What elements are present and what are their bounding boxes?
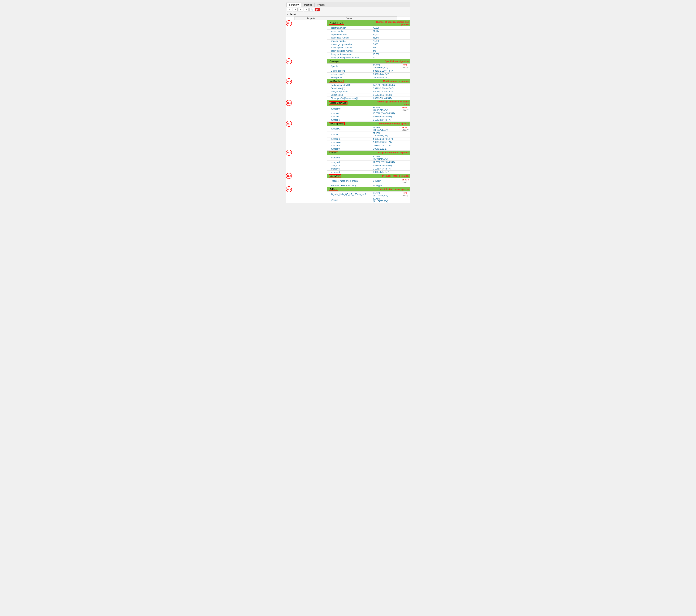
col-header-note (371, 17, 397, 20)
row-property: charge=3 (327, 161, 371, 164)
table-row: Carbamidomethyl[C]17.25% (7,683/44,547) (295, 83, 410, 87)
row-property: spectra number (327, 26, 371, 30)
row-value: 70,696 (371, 26, 397, 30)
row-property: charge=5 (327, 167, 371, 171)
pf-btn[interactable]: pF (315, 7, 320, 12)
row-note (397, 138, 410, 141)
row-property: scans number (327, 30, 371, 33)
table-row: proteins number29,388 (295, 40, 410, 43)
section-header-row: 11.9ID Rate:Identification rate of spect… (295, 187, 410, 191)
section-badge: 11.9 (286, 186, 292, 192)
table-row: charge=50.10% (44/44,547) (295, 167, 410, 171)
row-value: 16.63% (7,407/44,547) (371, 112, 397, 115)
print-btn-3[interactable]: 🖨 (298, 7, 303, 12)
table-row: Non specific0.00% (0/44,547) (295, 76, 410, 79)
section-badge-cell: 11.5 (295, 100, 327, 106)
summary-table: Property Value 11.1Peptide Level:Number … (295, 16, 410, 203)
section-header-row: 11.4Modifications:Modifications on pepti… (295, 79, 410, 83)
row-note (397, 87, 410, 90)
row-note (397, 164, 410, 167)
row-note: → ≥80% usually (397, 126, 410, 132)
row-value: 0.00% (0/44,547) (371, 76, 397, 79)
row-note (397, 83, 410, 87)
section-desc-cell: Percentage of mixed spectra (371, 122, 410, 126)
section-badge-cell: 11.8 (295, 174, 327, 178)
row-note (397, 69, 410, 73)
section-badge: 11.7 (286, 150, 292, 156)
row-note (397, 115, 410, 119)
row-value: 69.76% (51,174/73,354) (371, 191, 397, 197)
row-property: number=3 (327, 119, 371, 122)
row-note (397, 33, 410, 36)
section-desc-cell: Charge distribution of peptides (371, 151, 410, 155)
row-note: → ≥90% usually (397, 64, 410, 69)
row-property: Carbamidomethyl[C] (327, 83, 371, 87)
print-btn-1[interactable]: 🖨 (287, 7, 292, 12)
row-property: proteins number (327, 40, 371, 43)
section-badge: 11.5 (286, 100, 292, 106)
row-note (397, 49, 410, 53)
row-property: protein groups number (327, 43, 371, 46)
row-property: Precusor mass error: (std) (327, 184, 371, 187)
row-note (397, 93, 410, 97)
section-badge-cell: 11.1 (295, 20, 327, 26)
section-header-row: 11.8MassError:Precursor mass deviation (295, 174, 410, 178)
section-badge-cell: 11.9 (295, 187, 327, 191)
col-header-value: Value (327, 17, 371, 20)
table-row: Precusor mass error: (mean)0.49ppm→ ≤5 p… (295, 178, 410, 184)
section-desc-cell: Number of spectra, peptide and protein (371, 20, 410, 26)
table-row: decoy proteins number10,758 (295, 53, 410, 56)
row-value: 1.53% (682/44,547) (371, 115, 397, 119)
section-header-row: 11.1Peptide Level:Number of spectra, pep… (295, 20, 410, 26)
section-header-row: 11.7Charge:Charge distribution of peptid… (295, 151, 410, 155)
collapse-icon[interactable]: ∧ (287, 13, 288, 15)
section-label: Modifications: (329, 80, 344, 83)
section-label-cell: ID Rate: (327, 187, 371, 191)
row-value: 81.66% (36,376/44,547) (371, 106, 397, 112)
row-property: charge=2 (327, 155, 371, 161)
row-note (397, 144, 410, 147)
row-note: → ≥85% usually (397, 106, 410, 112)
table-row: number=50.03% (13/51,174) (295, 144, 410, 147)
doc-btn[interactable]: 📄 (310, 7, 314, 12)
table-row: charge=60.01% (6/44,547) (295, 171, 410, 174)
row-value: 1.43% (636/44,547) (371, 164, 397, 167)
table-row: charge=41.43% (636/44,547) (295, 164, 410, 167)
section-badge-cell: 11.4 (295, 79, 327, 83)
print-btn-2[interactable]: 🖨 (293, 7, 298, 12)
table-row: Gln->pyro-Glu[AnyN-termQ]1.69% (751/44,5… (295, 97, 410, 100)
row-value: 17.25% (7,683/44,547) (371, 83, 397, 87)
row-value: 29,388 (371, 40, 397, 43)
row-property: number=0 (327, 106, 371, 112)
print-btn-4[interactable]: 🖨 (304, 7, 309, 12)
row-note (397, 73, 410, 76)
row-property: Overall (327, 197, 371, 203)
row-note (397, 76, 410, 79)
row-note (397, 167, 410, 171)
table-row: number=40.51% (259/51,174) (295, 141, 410, 144)
row-property: decoy peptides number (327, 49, 371, 53)
section-badge: 11.8 (286, 173, 292, 179)
row-value: 2.15% (956/44,547) (371, 93, 397, 97)
row-note (397, 112, 410, 115)
row-value: 4.68% (2,397/51,174) (371, 138, 397, 141)
section-desc-cell: Modifications on peptide (371, 79, 410, 83)
table-row: Precusor mass error: (std)±3.29ppm (295, 184, 410, 187)
section-badge-cell: 11.7 (295, 151, 327, 155)
tab-summary[interactable]: Summary (286, 3, 301, 7)
tab-protein[interactable]: Protein (315, 3, 327, 7)
section-label: Mixed Spectra: (329, 122, 345, 125)
table-row: sequences number41,540 (295, 36, 410, 40)
row-property: decoy protein groups number (327, 56, 371, 59)
row-value: 4.31% (1,919/44,547) (371, 69, 397, 73)
tab-peptide[interactable]: Peptide (302, 3, 315, 7)
row-value: 56 (371, 56, 397, 59)
section-header-row: 11.6Mixed Spectra:Percentage of mixed sp… (295, 122, 410, 126)
section-badge-cell: 11.6 (295, 122, 327, 126)
table-row: Specific95.69% (42,628/44,547)→ ≥90% usu… (295, 64, 410, 69)
section-label-cell: MassError: (327, 174, 371, 178)
section-desc-cell: Specificity of digestion (371, 59, 410, 64)
row-property: Deamidated[N] (327, 87, 371, 90)
table-row: Acetyl[AnyN-term]2.50% (1,115/44,547) (295, 90, 410, 93)
section-label-cell: Cleavage: (327, 59, 371, 64)
